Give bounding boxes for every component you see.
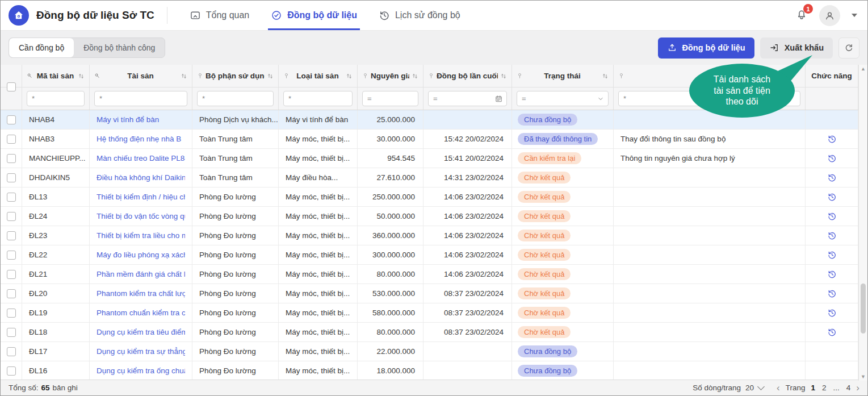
segment-dong-bo-thanh-cong[interactable]: Đồng bộ thành công bbox=[74, 38, 165, 57]
filter-input-nguyen-gia[interactable] bbox=[362, 91, 418, 106]
row-checkbox[interactable] bbox=[7, 212, 16, 221]
table-row[interactable]: NHAB3Hệ thống điện nhẹ nhà BToàn Trung t… bbox=[1, 130, 867, 149]
note-cell bbox=[614, 265, 806, 284]
scroll-up-icon[interactable]: ▲ bbox=[859, 65, 867, 73]
asset-code-cell: ĐL21 bbox=[22, 265, 90, 284]
row-checkbox[interactable] bbox=[7, 193, 16, 202]
scrollbar-thumb[interactable] bbox=[861, 284, 866, 334]
row-checkbox[interactable] bbox=[7, 328, 16, 337]
asset-link[interactable]: Dụng cụ kiểm tra tiêu điểm ... bbox=[97, 328, 185, 336]
asset-link[interactable]: Điều hòa không khí Daikin 2... bbox=[97, 173, 185, 182]
notifications-button[interactable]: 1 bbox=[795, 8, 808, 23]
tab-dong-bo-du-lieu[interactable]: Đồng bộ dữ liệu bbox=[260, 1, 368, 30]
calendar-icon[interactable] bbox=[494, 94, 503, 103]
row-checkbox[interactable] bbox=[7, 289, 16, 298]
table-row[interactable]: ĐL22Máy đo liều phóng xạ xách t...Phòng … bbox=[1, 245, 867, 265]
chevron-down-icon[interactable] bbox=[597, 95, 605, 103]
page-size-select[interactable]: Số dòng/trang 20 bbox=[693, 384, 764, 392]
view-history-button[interactable] bbox=[827, 269, 837, 279]
view-history-button[interactable] bbox=[827, 250, 837, 260]
tab-lich-su-dong-bo[interactable]: Lịch sử đồng bộ bbox=[368, 1, 471, 30]
refresh-button[interactable] bbox=[838, 37, 859, 59]
filter-input-tai-san[interactable] bbox=[94, 91, 187, 106]
table-row[interactable]: ĐL21Phần mềm đánh giá chất lư...Phòng Đo… bbox=[1, 265, 867, 284]
row-checkbox[interactable] bbox=[7, 115, 16, 124]
table-row[interactable]: ĐL19Phantom chuẩn kiểm tra ch...Phòng Đo… bbox=[1, 303, 867, 323]
asset-link[interactable]: Phantom chuẩn kiểm tra ch... bbox=[97, 309, 185, 317]
table-row[interactable]: ĐL20Phantom kiểm tra chất lượn...Phòng Đ… bbox=[1, 284, 867, 303]
filter-input-bo-phan-su-dung[interactable] bbox=[197, 91, 274, 106]
row-checkbox[interactable] bbox=[7, 154, 16, 163]
column-header-bo-phan-su-dung[interactable]: Bộ phận sử dụng bbox=[192, 65, 279, 87]
view-history-button[interactable] bbox=[827, 134, 837, 144]
prev-page-icon[interactable]: ‹ bbox=[777, 383, 780, 393]
department-cell: Phòng Đo lường bbox=[192, 303, 279, 322]
page-2[interactable]: 2 bbox=[822, 384, 827, 392]
view-history-button[interactable] bbox=[827, 289, 837, 298]
row-checkbox[interactable] bbox=[7, 309, 16, 318]
page-4[interactable]: 4 bbox=[846, 384, 851, 392]
row-checkbox[interactable] bbox=[7, 173, 16, 182]
table-row[interactable]: ĐL24Thiết bị đo vận tốc vòng quayPhòng Đ… bbox=[1, 207, 867, 226]
asset-link[interactable]: Dụng cụ kiểm tra sự thẳng h... bbox=[97, 347, 185, 356]
row-checkbox[interactable] bbox=[7, 231, 16, 240]
asset-link[interactable]: Thiết bị kiểm định / hiệu ch... bbox=[97, 193, 185, 201]
filter-input-loai-tai-san[interactable] bbox=[283, 91, 353, 106]
column-header-trang-thai[interactable]: Trạng thái bbox=[512, 65, 614, 87]
view-history-button[interactable] bbox=[827, 192, 837, 202]
table-row[interactable]: ĐL18Dụng cụ kiểm tra tiêu điểm ...Phòng … bbox=[1, 323, 867, 342]
row-checkbox[interactable] bbox=[7, 251, 16, 260]
asset-link[interactable]: Thiết bị kiểm tra liều cho m... bbox=[97, 231, 185, 240]
user-menu-caret-icon[interactable] bbox=[852, 14, 857, 17]
sync-data-button-label: Đồng bộ dữ liệu bbox=[682, 43, 745, 52]
asset-link[interactable]: Thiết bị đo vận tốc vòng quay bbox=[97, 212, 185, 220]
row-checkbox-cell bbox=[1, 303, 22, 322]
view-history-button[interactable] bbox=[827, 308, 837, 318]
asset-link[interactable]: Phantom kiểm tra chất lượn... bbox=[97, 289, 185, 298]
view-history-button[interactable] bbox=[827, 211, 837, 221]
view-history-button[interactable] bbox=[827, 173, 837, 182]
pin-icon bbox=[427, 72, 435, 80]
column-header-ma-tai-san[interactable]: Mã tài sản bbox=[22, 65, 90, 87]
asset-type-cell: Máy móc, thiết bị... bbox=[279, 323, 358, 341]
row-checkbox[interactable] bbox=[7, 366, 16, 376]
scroll-down-icon[interactable]: ▼ bbox=[859, 373, 867, 381]
sync-data-button[interactable]: Đồng bộ dữ liệu bbox=[658, 37, 754, 59]
filter-input-ma-tai-san[interactable] bbox=[27, 91, 85, 106]
filter-input-trang-thai[interactable] bbox=[517, 91, 609, 106]
row-checkbox[interactable] bbox=[7, 135, 16, 144]
table-row[interactable]: DHDAIKIN5Điều hòa không khí Daikin 2...T… bbox=[1, 168, 867, 187]
view-history-button[interactable] bbox=[827, 327, 837, 337]
avatar[interactable] bbox=[819, 5, 840, 26]
note-cell: Thay đổi thông tin sau đồng bộ bbox=[614, 130, 806, 148]
table-row[interactable]: ĐL17Dụng cụ kiểm tra sự thẳng h...Phòng … bbox=[1, 342, 867, 361]
asset-link[interactable]: Dụng cụ kiểm tra ống chuẩn... bbox=[97, 366, 185, 375]
table-row[interactable]: ĐL23Thiết bị kiểm tra liều cho m...Phòng… bbox=[1, 226, 867, 245]
original-cost-cell: 25.000.000 bbox=[358, 110, 423, 129]
table-row[interactable]: MANCHIEUPP...Màn chiếu treo Dalite PL84.… bbox=[1, 149, 867, 168]
next-page-icon[interactable]: › bbox=[856, 383, 859, 393]
asset-name-cell: Điều hòa không khí Daikin 2... bbox=[90, 168, 192, 187]
view-history-button[interactable] bbox=[827, 153, 837, 163]
row-checkbox[interactable] bbox=[7, 270, 16, 279]
asset-link[interactable]: Màn chiếu treo Dalite PL84... bbox=[97, 154, 185, 162]
segment-can-dong-bo[interactable]: Cần đồng bộ bbox=[9, 38, 74, 57]
column-header-tai-san[interactable]: Tài sản bbox=[90, 65, 192, 87]
vertical-scrollbar[interactable]: ▲ ▼ bbox=[858, 65, 867, 381]
asset-link[interactable]: Hệ thống điện nhẹ nhà B bbox=[97, 135, 181, 143]
asset-link[interactable]: Máy vi tính để bàn bbox=[97, 115, 159, 124]
select-all-checkbox[interactable] bbox=[7, 82, 16, 91]
table-row[interactable]: ĐL13Thiết bị kiểm định / hiệu ch...Phòng… bbox=[1, 187, 867, 207]
view-history-button[interactable] bbox=[827, 231, 837, 240]
row-checkbox[interactable] bbox=[7, 347, 16, 356]
column-header-nguyen-gia[interactable]: Nguyên giá bbox=[358, 65, 423, 87]
asset-link[interactable]: Máy đo liều phóng xạ xách t... bbox=[97, 251, 185, 259]
column-header-dong-bo-lan-cuoi[interactable]: Đồng bộ lần cuối bbox=[423, 65, 512, 87]
table-row[interactable]: ĐL16Dụng cụ kiểm tra ống chuẩn...Phòng Đ… bbox=[1, 361, 867, 381]
column-header-loai-tai-san[interactable]: Loại tài sản bbox=[279, 65, 358, 87]
page-1[interactable]: 1 bbox=[811, 384, 816, 392]
nav-tabs: Tổng quanĐồng bộ dữ liệuLịch sử đồng bộ bbox=[179, 1, 471, 30]
tab-tong-quan[interactable]: Tổng quan bbox=[179, 1, 261, 30]
asset-link[interactable]: Phần mềm đánh giá chất lư... bbox=[97, 270, 185, 278]
status-badge: Chưa đồng bộ bbox=[518, 365, 577, 377]
